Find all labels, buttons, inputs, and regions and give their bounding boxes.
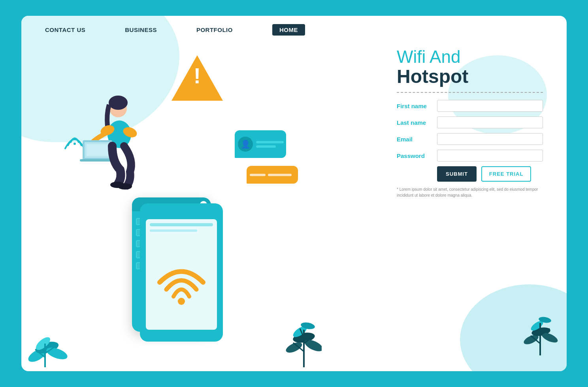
hero-title-line1: Wifi And: [397, 47, 543, 66]
svg-point-11: [118, 183, 132, 190]
password-input[interactable]: [437, 150, 543, 162]
last-name-input[interactable]: [437, 116, 543, 128]
form-divider: [397, 92, 543, 93]
submit-button[interactable]: SUBMIT: [437, 166, 477, 182]
chat-bubble-1: 👤: [235, 130, 286, 158]
svg-point-0: [74, 143, 76, 145]
person-icon: 👤: [241, 139, 251, 149]
email-input[interactable]: [437, 133, 543, 145]
triangle-shape: !: [172, 55, 223, 101]
svg-point-2: [109, 96, 128, 110]
email-label: Email: [397, 136, 432, 143]
svg-rect-8: [87, 144, 108, 156]
illustration-area: ×: [21, 16, 322, 371]
nav-business[interactable]: BUSINESS: [125, 26, 157, 33]
free-trial-button[interactable]: FREE TRIAL: [481, 166, 531, 182]
main-frame: CONTACT US BUSINESS PORTFOLIO HOME: [21, 16, 567, 371]
svg-rect-13: [146, 219, 217, 330]
plant-mid-right: [282, 308, 322, 371]
navigation: CONTACT US BUSINESS PORTFOLIO HOME: [21, 16, 567, 43]
exclamation-mark: !: [194, 65, 201, 87]
password-label: Password: [397, 152, 432, 159]
wifi-device: [136, 199, 227, 346]
plant-left: [25, 324, 77, 371]
first-name-label: First name: [397, 103, 432, 109]
password-row: Password: [397, 150, 543, 162]
chat-line-2: [256, 145, 276, 148]
svg-rect-16: [150, 229, 197, 232]
person-illustration: [61, 91, 160, 194]
last-name-row: Last name: [397, 116, 543, 128]
warning-triangle: !: [172, 55, 223, 101]
form-buttons: SUBMIT FREE TRIAL: [437, 166, 543, 182]
svg-rect-9: [80, 159, 115, 162]
hero-title-line2: Hotspot: [397, 66, 543, 87]
first-name-row: First name: [397, 100, 543, 112]
svg-point-14: [178, 298, 185, 305]
email-row: Email: [397, 133, 543, 145]
form-disclaimer: * Lorem ipsum dolor sit amet, consectetu…: [397, 186, 543, 198]
chat-lines: [253, 141, 284, 148]
svg-rect-15: [150, 223, 213, 226]
plant-far-right: [521, 304, 561, 359]
nav-portfolio[interactable]: PORTFOLIO: [196, 26, 233, 33]
avatar-circle: 👤: [238, 137, 253, 152]
last-name-label: Last name: [397, 119, 432, 126]
cb-line-1: [250, 174, 266, 176]
cb-line-2: [268, 174, 292, 176]
chat-line-1: [256, 141, 284, 143]
chat-bubble-2: [247, 166, 298, 184]
nav-home[interactable]: HOME: [272, 24, 305, 36]
form-area: Wifi And Hotspot First name Last name Em…: [397, 47, 543, 198]
nav-contact-us[interactable]: CONTACT US: [45, 26, 85, 33]
first-name-input[interactable]: [437, 100, 543, 112]
